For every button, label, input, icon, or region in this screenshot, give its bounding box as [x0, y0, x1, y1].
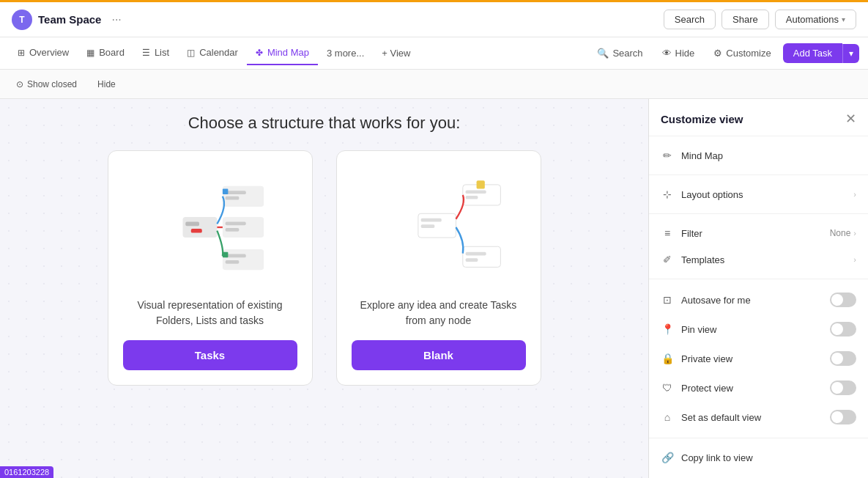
tab-list[interactable]: ☰ List: [133, 41, 178, 65]
add-task-dropdown-button[interactable]: ▾: [842, 44, 859, 63]
choose-title: Choose a structure that works for you:: [188, 114, 461, 133]
private-view-item[interactable]: 🔒 Private view: [649, 344, 868, 373]
templates-label: Templates: [681, 254, 846, 265]
link-icon: 🔗: [661, 452, 674, 463]
search-button[interactable]: 🔍 Search: [590, 44, 650, 62]
tab-calendar[interactable]: ◫ Calendar: [178, 41, 247, 65]
pin-icon: 📍: [661, 323, 674, 335]
svg-rect-0: [182, 217, 217, 238]
actions-section: 🔗 Copy link to view ☆ Add to favorites ↗…: [649, 438, 868, 478]
tab-mindmap[interactable]: ✤ Mind Map: [247, 41, 318, 65]
tab-list-label: List: [155, 47, 169, 58]
close-panel-button[interactable]: ✕: [845, 111, 856, 127]
layout-chevron-icon: ›: [853, 190, 856, 199]
more-tabs-button[interactable]: 3 more...: [318, 42, 373, 65]
default-view-item[interactable]: ⌂ Set as default view: [649, 402, 868, 432]
toggles-section: ⊡ Autosave for me 📍 Pin view 🔒 Private v…: [649, 279, 868, 438]
default-view-toggle[interactable]: [830, 410, 856, 424]
copy-link-item[interactable]: 🔗 Copy link to view: [649, 444, 868, 471]
add-task-button[interactable]: Add Task: [783, 43, 842, 63]
default-view-label: Set as default view: [681, 412, 823, 423]
calendar-icon: ◫: [187, 48, 195, 58]
blank-card: Explore any idea and create Tasks from a…: [336, 150, 541, 386]
protect-view-item[interactable]: 🛡 Protect view: [649, 373, 868, 402]
templates-icon: ✐: [661, 254, 674, 265]
panel-title: Customize view: [661, 113, 743, 125]
autosave-item[interactable]: ⊡ Autosave for me: [649, 285, 868, 315]
shield-icon: 🛡: [661, 382, 674, 394]
svg-rect-7: [222, 217, 263, 238]
filter-value: None: [830, 228, 851, 238]
toolbar: ⊙ Show closed Hide: [0, 70, 868, 99]
toolbar-hide-button[interactable]: Hide: [90, 76, 123, 92]
templates-item[interactable]: ✐ Templates ›: [649, 246, 868, 273]
autosave-toggle[interactable]: [830, 293, 856, 307]
lock-icon: 🔒: [661, 353, 674, 364]
svg-rect-6: [222, 189, 228, 195]
tab-overview-label: Overview: [29, 47, 69, 58]
hide-button[interactable]: 👁 Hide: [655, 44, 702, 62]
main-content: Choose a structure that works for you:: [0, 99, 868, 478]
svg-rect-1: [185, 222, 199, 227]
team-avatar: T: [12, 10, 32, 30]
tasks-card-text: Visual representation of existing Folder…: [123, 298, 297, 328]
svg-rect-12: [225, 254, 245, 258]
home-icon: ⌂: [661, 411, 674, 423]
layout-options-label: Layout options: [681, 189, 846, 200]
tab-board[interactable]: ▦ Board: [78, 41, 133, 65]
svg-rect-19: [465, 190, 486, 194]
svg-rect-22: [462, 246, 500, 267]
board-icon: ▦: [86, 48, 94, 58]
blank-button[interactable]: Blank: [352, 340, 526, 370]
circle-icon: ⊙: [16, 79, 23, 89]
private-view-label: Private view: [681, 353, 823, 364]
svg-rect-17: [420, 224, 434, 228]
private-view-toggle[interactable]: [830, 351, 856, 366]
show-closed-button[interactable]: ⊙ Show closed: [9, 76, 84, 92]
filter-label: Filter: [681, 228, 823, 239]
pin-view-item[interactable]: 📍 Pin view: [649, 315, 868, 344]
tab-calendar-label: Calendar: [199, 47, 238, 58]
blank-card-text: Explore any idea and create Tasks from a…: [352, 298, 526, 328]
nav-tabs-right: 🔍 Search 👁 Hide ⚙ Customize Add Task ▾: [590, 43, 859, 63]
team-name: Team Space: [38, 13, 101, 26]
gear-icon: ⚙: [713, 48, 722, 59]
svg-rect-24: [465, 258, 478, 262]
pin-view-label: Pin view: [681, 324, 823, 335]
team-menu-button[interactable]: ···: [107, 12, 125, 28]
tasks-illustration: [137, 169, 283, 286]
svg-rect-4: [225, 191, 245, 194]
layout-icon: ⊹: [661, 188, 674, 200]
templates-chevron-icon: ›: [853, 255, 856, 264]
filter-icon: ≡: [661, 227, 674, 239]
protect-view-toggle[interactable]: [830, 380, 856, 395]
customize-button[interactable]: ⚙ Customize: [706, 44, 778, 62]
tasks-button[interactable]: Tasks: [123, 340, 297, 370]
share-main-button[interactable]: Share: [722, 10, 769, 29]
add-view-button[interactable]: + View: [373, 42, 419, 65]
layout-options-item[interactable]: ⊹ Layout options ›: [649, 181, 868, 207]
tab-overview[interactable]: ⊞ Overview: [9, 41, 78, 65]
list-icon: ☰: [142, 48, 150, 58]
bottom-tag: 0161203228: [0, 466, 53, 478]
cards-row: Visual representation of existing Folder…: [96, 150, 553, 386]
svg-rect-13: [225, 260, 239, 264]
mindmap-icon: ✤: [256, 48, 263, 58]
tasks-card: Visual representation of existing Folder…: [108, 150, 313, 386]
nav-tabs: ⊞ Overview ▦ Board ☰ List ◫ Calendar ✤ M…: [0, 37, 868, 70]
hide-icon: 👁: [662, 48, 672, 59]
svg-rect-16: [420, 218, 441, 222]
layout-section: ⊹ Layout options ›: [649, 175, 868, 214]
automations-button[interactable]: Automations ▾: [775, 10, 856, 29]
mindmap-item[interactable]: ✏ Mind Map: [649, 142, 868, 169]
search-icon: 🔍: [597, 48, 609, 59]
top-bar-left: T Team Space ···: [12, 10, 126, 30]
svg-rect-11: [222, 249, 263, 270]
pin-view-toggle[interactable]: [830, 322, 856, 337]
share-button[interactable]: Search: [664, 10, 716, 29]
top-bar: T Team Space ··· Search Share Automation…: [0, 2, 868, 37]
add-favorites-item[interactable]: ☆ Add to favorites: [649, 471, 868, 478]
tab-mindmap-label: Mind Map: [267, 47, 309, 58]
filter-item[interactable]: ≡ Filter None ›: [649, 220, 868, 246]
svg-rect-20: [465, 196, 478, 199]
